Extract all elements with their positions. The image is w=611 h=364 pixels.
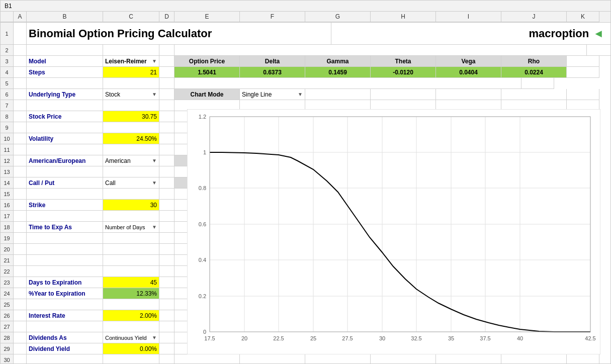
row-28: Dividends As Continuous Yield ▼ — [14, 332, 610, 343]
row-12: American/European American ▼ X-Axis Stri… — [14, 155, 610, 166]
row-22 — [14, 266, 610, 277]
vega-header: Vega — [436, 56, 501, 67]
american-label: American/European — [27, 155, 103, 166]
dividends-dropdown[interactable]: Continuous Yield ▼ — [103, 332, 159, 343]
volatility-value[interactable]: 24.50% — [103, 133, 159, 144]
logo-icon: ◄ — [593, 27, 604, 40]
row-6: Underlying Type Stock ▼ Chart Mode Singl… — [14, 89, 610, 100]
time-arrow: ▼ — [152, 224, 157, 230]
gamma-value: 0.1459 — [305, 67, 371, 78]
strike-value[interactable]: 30 — [103, 200, 159, 211]
stock-price-value[interactable]: 30.75 — [103, 111, 159, 122]
volatility-label: Volatility — [27, 133, 103, 144]
interest-value[interactable]: 2.00% — [103, 310, 159, 321]
time-dropdown[interactable]: Number of Days ▼ — [103, 222, 159, 233]
cell-ref: B1 — [5, 3, 12, 10]
theta-header: Theta — [371, 56, 436, 67]
row-11 — [14, 144, 610, 155]
chart-mode-dropdown[interactable]: Single Line ▼ — [240, 89, 305, 100]
row-30 — [14, 354, 610, 363]
stock-price-label: Stock Price — [27, 111, 103, 122]
option-price-value: 1.5041 — [174, 67, 240, 78]
callput-arrow: ▼ — [152, 180, 157, 186]
row-24: %Year to Expiration 12.33% — [14, 288, 610, 299]
col-header-i: I — [436, 12, 501, 22]
time-label: Time to Exp As — [27, 222, 103, 233]
xaxis-dropdown[interactable]: Strike ▼ — [240, 155, 305, 166]
year-value: 12.33% — [103, 288, 159, 299]
american-dropdown[interactable]: American ▼ — [103, 155, 159, 166]
formula-bar: B1 — [1, 1, 610, 12]
steps-value[interactable]: 21 — [103, 67, 159, 78]
cell-a1 — [14, 23, 27, 45]
col-header-b: B — [27, 12, 103, 22]
xaxis-label: X-Axis — [174, 155, 240, 166]
col-header-g: G — [305, 12, 371, 22]
col-header-j: J — [501, 12, 567, 22]
spreadsheet: B1 A B C D E F G H I J K 1 2 3 4 5 6 7 8… — [0, 0, 611, 364]
year-label: %Year to Expiration — [27, 288, 103, 299]
gamma-header: Gamma — [305, 56, 371, 67]
row-25 — [14, 299, 610, 310]
vega-value: 0.0404 — [436, 67, 501, 78]
row-27 — [14, 321, 610, 332]
model-dropdown[interactable]: Leisen-Reimer ▼ — [103, 56, 159, 67]
row-3: Model Leisen-Reimer ▼ Option Price Delta… — [14, 56, 610, 67]
row-8: Stock Price 30.75 — [14, 111, 610, 122]
delta-value: 0.6373 — [240, 67, 305, 78]
col-header-d: D — [159, 12, 174, 22]
row-21 — [14, 255, 610, 266]
days-label: Days to Expiration — [27, 277, 103, 288]
interest-label: Interest Rate — [27, 310, 103, 321]
model-label: Model — [27, 56, 103, 67]
row-20 — [14, 244, 610, 255]
title-cell: Binomial Option Pricing Calculator — [27, 23, 331, 45]
row-17 — [14, 211, 610, 222]
theta-value: -0.0120 — [371, 67, 436, 78]
col-header-a: A — [14, 12, 27, 22]
logo-text: macroption — [529, 27, 589, 40]
logo: macroption ◄ — [529, 27, 604, 40]
row-10: Volatility 24.50% — [14, 133, 610, 144]
row-1: Binomial Option Pricing Calculator macro… — [14, 23, 610, 45]
row-14: Call / Put Call ▼ Y-Axis Delta ▼ — [14, 177, 610, 189]
underlying-label: Underlying Type — [27, 89, 103, 100]
strike-label: Strike — [27, 200, 103, 211]
yaxis-arrow: ▼ — [298, 180, 303, 186]
underlying-dropdown[interactable]: Stock ▼ — [103, 89, 159, 100]
dividend-yield-label: Dividend Yield — [27, 343, 103, 354]
main-content: Binomial Option Pricing Calculator macro… — [14, 23, 610, 363]
row-29: Dividend Yield 0.00% — [14, 343, 610, 354]
dividend-yield-value[interactable]: 0.00% — [103, 343, 159, 354]
col-header-c: C — [103, 12, 159, 22]
row-23: Days to Expiration 45 — [14, 277, 610, 288]
row-9 — [14, 122, 610, 133]
steps-label: Steps — [27, 67, 103, 78]
row-26: Interest Rate 2.00% — [14, 310, 610, 321]
days-value[interactable]: 45 — [103, 277, 159, 288]
col-header-f: F — [240, 12, 305, 22]
row-numbers: 1 2 3 4 5 6 7 8 9 10 11 12 13 14 15 16 1… — [1, 23, 14, 363]
row-18: Time to Exp As Number of Days ▼ — [14, 222, 610, 233]
model-dropdown-arrow: ▼ — [152, 58, 157, 64]
grid-area: 1 2 3 4 5 6 7 8 9 10 11 12 13 14 15 16 1… — [1, 23, 610, 363]
row-19 — [14, 233, 610, 244]
col-header-h: H — [371, 12, 436, 22]
column-headers: A B C D E F G H I J K — [1, 12, 610, 23]
yaxis-label: Y-Axis — [174, 177, 240, 189]
row-16: Strike 30 — [14, 200, 610, 211]
yaxis-dropdown[interactable]: Delta ▼ — [240, 177, 305, 189]
xaxis-arrow: ▼ — [298, 158, 303, 163]
callput-dropdown[interactable]: Call ▼ — [103, 177, 159, 189]
american-arrow: ▼ — [152, 158, 157, 163]
row-7 — [14, 100, 610, 111]
underlying-arrow: ▼ — [152, 92, 157, 97]
chart-mode-arrow: ▼ — [298, 92, 303, 97]
callput-label: Call / Put — [27, 177, 103, 189]
col-header-e: E — [174, 12, 240, 22]
delta-header: Delta — [240, 56, 305, 67]
dividends-label: Dividends As — [27, 332, 103, 343]
col-header-rownum — [1, 12, 14, 22]
row-15 — [14, 189, 610, 200]
col-header-k: K — [567, 12, 599, 22]
